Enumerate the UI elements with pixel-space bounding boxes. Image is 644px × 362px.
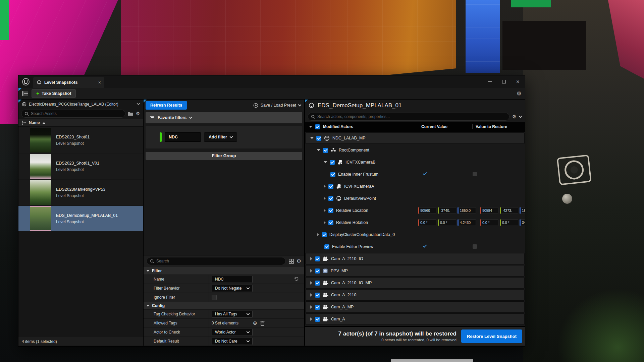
list-item-selected[interactable]: EDS_DemoSetup_MPLALAB_01 Level Snapshot <box>18 206 143 231</box>
row-checkbox[interactable] <box>316 136 321 141</box>
favorite-filters-dropdown[interactable]: Favorite filters <box>146 112 302 123</box>
list-item[interactable]: EDS2023MarketingPVP53 Level Snapshot <box>18 180 143 205</box>
tree-row-actor[interactable]: PPV_MP <box>305 265 525 277</box>
results-search-input[interactable] <box>317 114 506 119</box>
refresh-results-button[interactable]: Refresh Results <box>146 101 187 110</box>
minimize-button[interactable] <box>483 75 497 88</box>
list-item[interactable]: EDS2023_Shot01_V01 Level Snapshot <box>18 154 143 179</box>
ignore-filter-checkbox[interactable] <box>212 295 217 300</box>
name-column-header[interactable]: Name <box>18 119 143 127</box>
row-checkbox[interactable] <box>315 256 320 261</box>
property-row-tag-checking: Tag Checking Behavior Has All Tags <box>144 309 304 318</box>
details-search-input[interactable] <box>156 259 282 263</box>
close-button[interactable]: × <box>511 75 525 88</box>
collapse-arrow-icon[interactable] <box>324 161 327 163</box>
row-checkbox[interactable] <box>315 317 320 322</box>
row-checkbox[interactable] <box>315 305 320 310</box>
tab-level-snapshots[interactable]: Level Snapshots × <box>33 77 104 88</box>
name-field[interactable] <box>212 276 253 283</box>
expand-arrow-icon[interactable] <box>324 209 326 212</box>
column-modified-actors: Modified Actors <box>323 124 353 129</box>
tree-row-component[interactable]: ICVFXCameraA <box>305 181 525 192</box>
expand-arrow-icon[interactable] <box>310 257 312 260</box>
tree-row-actor[interactable]: Cam_A <box>305 313 525 325</box>
expand-arrow-icon[interactable] <box>310 281 312 285</box>
restore-level-snapshot-button[interactable]: Restore Level Snapshot <box>461 329 522 343</box>
save-load-preset-button[interactable]: Save / Load Preset <box>253 103 302 108</box>
tree-row-actor[interactable]: Cam_A_2110 <box>305 289 525 301</box>
tab-close-icon[interactable]: × <box>98 80 101 85</box>
actor-to-check-dropdown[interactable]: World Actor <box>212 329 253 336</box>
tree-row-property[interactable]: Relative Location 90560 -3740. 1650.0 90… <box>305 205 525 216</box>
asset-search-input[interactable] <box>31 111 122 116</box>
results-settings-gear-icon[interactable]: ⚙ <box>512 114 517 119</box>
row-checkbox[interactable] <box>330 160 335 165</box>
collapse-arrow-icon[interactable] <box>309 126 312 128</box>
property-row-actor-to-check: Actor to Check World Actor <box>144 327 304 337</box>
expand-arrow-icon[interactable] <box>324 185 326 188</box>
expand-arrow-icon[interactable] <box>324 197 326 200</box>
tree-row-component[interactable]: DefaultViewPoint <box>305 193 525 204</box>
details-settings-gear-icon[interactable]: ⚙ <box>297 259 301 264</box>
expand-arrow-icon[interactable] <box>324 221 326 224</box>
row-checkbox[interactable] <box>315 293 320 298</box>
filter-section-header[interactable]: Filter <box>144 267 304 275</box>
row-checkbox[interactable] <box>328 184 333 189</box>
tree-row-actor[interactable]: NDC_LALAB_MP <box>305 132 525 144</box>
default-result-dropdown[interactable]: Do Not Care <box>212 338 253 345</box>
row-checkbox[interactable] <box>323 148 328 153</box>
row-checkbox[interactable] <box>315 268 320 274</box>
row-checkbox[interactable] <box>315 281 320 286</box>
row-checkbox[interactable] <box>328 208 333 213</box>
column-view-icon[interactable] <box>289 259 294 264</box>
property-row-name: Name <box>144 275 304 284</box>
tree-row-component[interactable]: RootComponent <box>305 144 525 156</box>
chevron-down-icon[interactable] <box>519 114 522 118</box>
browser-settings-gear-icon[interactable]: ⚙ <box>136 111 140 116</box>
filter-enabled-indicator[interactable] <box>160 132 162 142</box>
take-snapshot-button[interactable]: + Take Snapshot <box>32 89 76 98</box>
tab-title: Level Snapshots <box>44 80 77 85</box>
row-checkbox[interactable] <box>328 196 333 201</box>
config-section-header[interactable]: Config <box>144 302 304 309</box>
row-checkbox[interactable] <box>322 232 327 237</box>
tree-row-actor[interactable]: Cam_A_MP <box>305 301 525 313</box>
dock-menu-icon[interactable] <box>22 91 28 96</box>
list-item[interactable]: EDS2023_Shot01 Level Snapshot <box>18 127 143 153</box>
trash-icon[interactable] <box>260 321 265 326</box>
add-element-icon[interactable]: ⊕ <box>253 321 257 326</box>
property-row-filter-behavior: Filter Behavior Do Not Negate <box>144 284 304 293</box>
row-checkbox[interactable] <box>324 244 329 249</box>
filter-chip-ndc[interactable] <box>165 132 201 142</box>
tree-row-component[interactable]: ICVFXCameraB <box>305 157 525 168</box>
tree-row-property[interactable]: Enable Inner Frustum <box>305 169 525 180</box>
collapse-arrow-icon[interactable] <box>317 149 320 151</box>
tree-row-actor[interactable]: Cam_A_2110_IO_MP <box>305 277 525 289</box>
expand-arrow-icon[interactable] <box>310 269 312 273</box>
expand-arrow-icon[interactable] <box>310 293 312 297</box>
collapse-arrow-icon[interactable] <box>310 137 314 139</box>
tree-row-property[interactable]: Relative Rotation 0.0 ° 0.0 ° 4.2430 0.0… <box>305 217 525 228</box>
filter-group-header[interactable]: Filter Group <box>146 152 302 160</box>
row-checkbox[interactable] <box>330 172 335 177</box>
row-checkbox[interactable] <box>328 220 333 225</box>
search-icon <box>150 259 154 263</box>
maximize-button[interactable] <box>497 75 511 88</box>
add-filter-button[interactable]: Add filter <box>204 132 237 142</box>
folder-view-icon[interactable] <box>128 111 133 116</box>
title-bar[interactable]: Level Snapshots × × <box>18 75 525 88</box>
expand-arrow-icon[interactable] <box>310 317 312 321</box>
reset-to-default-icon[interactable] <box>294 277 299 282</box>
expand-arrow-icon[interactable] <box>317 233 319 236</box>
window-settings-gear-icon[interactable]: ⚙ <box>517 91 522 97</box>
modified-actors-tree: NDC_LALAB_MP <box>305 132 525 326</box>
filter-behavior-dropdown[interactable]: Do Not Negate <box>212 285 253 292</box>
tree-row-property[interactable]: Enable Editor Preview <box>305 241 525 252</box>
tag-checking-dropdown[interactable]: Has All Tags <box>212 311 253 318</box>
tree-row-actor[interactable]: Cam_A_2110_IO <box>305 253 525 264</box>
tree-row-component[interactable]: DisplayClusterConfigurationData_0 <box>305 229 525 240</box>
column-current-value: Current Value <box>418 124 447 129</box>
expand-arrow-icon[interactable] <box>310 305 312 309</box>
select-all-checkbox[interactable] <box>315 124 320 129</box>
level-selector[interactable]: ElectricDreams_PCGCloseRange_LALAB (Edit… <box>18 100 143 109</box>
